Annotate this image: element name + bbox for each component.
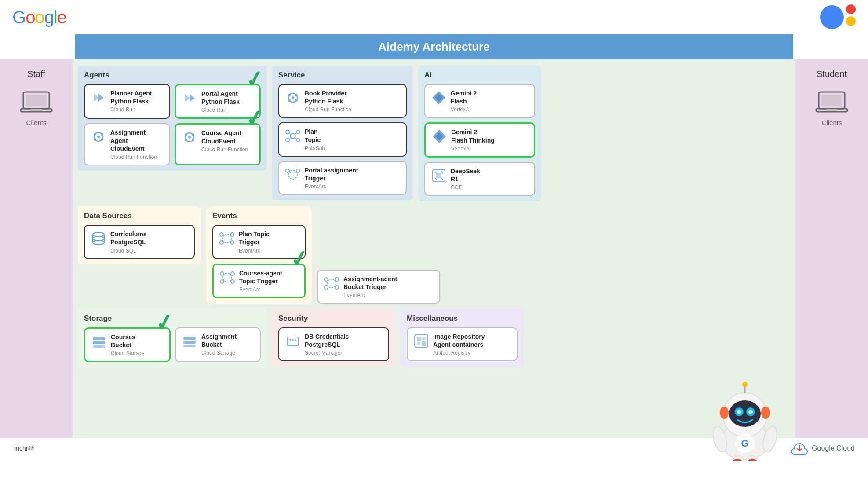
planner-agent-card: Planner AgentPython Flask Cloud Run bbox=[84, 84, 170, 119]
assignment-trigger-title: Assignment-agentBucket Trigger bbox=[343, 275, 397, 291]
assignment-agent-title: Assignment AgentCloudEvent bbox=[110, 128, 164, 153]
student-client-label: Clients bbox=[822, 119, 842, 126]
curriculums-card: CurriculumsPostgreSQL Cloud SQL bbox=[84, 225, 195, 259]
svg-rect-75 bbox=[183, 345, 196, 347]
svg-line-38 bbox=[289, 172, 291, 173]
svg-rect-72 bbox=[93, 345, 105, 348]
events-label: Events bbox=[212, 212, 306, 220]
svg-point-16 bbox=[192, 133, 194, 136]
svg-point-61 bbox=[220, 272, 224, 275]
footer-email: linchr@ bbox=[13, 445, 34, 452]
misc-label: Miscellaneous bbox=[407, 314, 518, 323]
db-credentials-card: *** DB CredentialsPostgreSQL Secret Mana… bbox=[278, 327, 389, 361]
svg-point-30 bbox=[296, 138, 300, 142]
image-repo-sub: Artifact Registry bbox=[433, 350, 485, 356]
datasources-label: Data Sources bbox=[84, 212, 195, 220]
svg-point-27 bbox=[286, 130, 289, 134]
portal-agent-title: Portal AgentPython Flask bbox=[201, 90, 240, 106]
planner-agent-title: Planner AgentPython Flask bbox=[110, 89, 152, 105]
svg-point-29 bbox=[286, 138, 289, 142]
svg-marker-6 bbox=[185, 94, 190, 102]
staff-label: Staff bbox=[27, 69, 45, 79]
courses-agent-trigger-card: Courses-agentTopic Trigger EventArc ✓ bbox=[212, 264, 306, 298]
courses-bucket-icon bbox=[91, 333, 107, 352]
svg-point-60 bbox=[223, 273, 232, 282]
google-cloud-logo: Google Cloud bbox=[791, 442, 855, 455]
google-logo: Google bbox=[12, 7, 66, 27]
gemini-flash-icon bbox=[430, 89, 447, 108]
portal-trigger-card: Portal assignmentTrigger EventArc bbox=[278, 161, 407, 195]
image-repo-title: Image RepositoryAgent containers bbox=[433, 333, 485, 348]
plan-topic-card: PlanTopic Pub/Sub bbox=[278, 122, 407, 156]
svg-rect-80 bbox=[422, 337, 426, 340]
svg-line-45 bbox=[435, 172, 437, 173]
deepseek-icon bbox=[430, 167, 447, 186]
svg-point-69 bbox=[335, 286, 339, 289]
assignment-agent-card: Assignment AgentCloudEvent Cloud Run Fun… bbox=[84, 123, 170, 165]
svg-point-15 bbox=[185, 133, 187, 136]
svg-rect-74 bbox=[183, 341, 196, 344]
misc-section: Miscellaneous Image RepositoryAgent bbox=[401, 309, 524, 367]
agents-label: Agents bbox=[84, 71, 261, 80]
svg-point-36 bbox=[286, 169, 289, 172]
svg-point-92 bbox=[737, 410, 741, 414]
course-agent-card: Course AgentCloudEvent Cloud Run Functio… bbox=[175, 123, 261, 165]
svg-marker-4 bbox=[94, 94, 99, 102]
portal-trigger-icon bbox=[284, 166, 301, 185]
course-agent-icon bbox=[181, 129, 198, 147]
svg-rect-79 bbox=[417, 337, 421, 341]
student-label: Student bbox=[817, 69, 847, 79]
svg-point-13 bbox=[97, 136, 100, 138]
svg-rect-70 bbox=[93, 337, 105, 340]
portal-trigger-title: Portal assignmentTrigger bbox=[305, 166, 358, 182]
svg-point-93 bbox=[748, 410, 753, 414]
planner-agent-sub: Cloud Run bbox=[110, 106, 152, 113]
security-label: Security bbox=[278, 314, 389, 323]
laptop-icon-right bbox=[815, 90, 848, 116]
svg-point-28 bbox=[296, 130, 300, 134]
assignment-bucket-sub: Cloud Storage bbox=[201, 350, 237, 356]
courses-trigger-checkmark: ✓ bbox=[288, 246, 310, 271]
gemini-thinking-title: Gemini 2Flash Thinking bbox=[451, 128, 495, 144]
svg-line-46 bbox=[441, 172, 443, 173]
assignment-trigger-wrapper: Assignment-agentBucket Trigger EventArc bbox=[317, 270, 440, 304]
svg-text:***: *** bbox=[289, 337, 297, 345]
svg-line-48 bbox=[441, 178, 443, 180]
google-cloud-icon bbox=[791, 442, 808, 455]
courses-bucket-card: CoursesBucket Cloud Storage ✓ bbox=[84, 327, 171, 362]
svg-point-65 bbox=[327, 279, 336, 288]
svg-point-58 bbox=[220, 241, 223, 244]
courses-bucket-sub: Cloud Storage bbox=[111, 350, 145, 356]
svg-rect-81 bbox=[417, 342, 420, 345]
book-provider-icon bbox=[284, 89, 301, 108]
portal-trigger-sub: EventArc bbox=[305, 183, 358, 190]
assignment-trigger-card: Assignment-agentBucket Trigger EventArc bbox=[317, 270, 440, 304]
svg-point-55 bbox=[222, 234, 231, 243]
assignment-bucket-title: AssignmentBucket bbox=[201, 333, 237, 348]
book-provider-title: Book ProviderPython Flask bbox=[305, 89, 351, 105]
gemini-flash-card: Gemini 2Flash VertexAI bbox=[424, 84, 535, 118]
deepseek-title: DeepSeekR1 bbox=[451, 167, 480, 183]
svg-rect-73 bbox=[183, 337, 196, 340]
courses-bucket-checkmark: ✓ bbox=[153, 311, 175, 336]
svg-point-12 bbox=[101, 138, 103, 141]
svg-point-10 bbox=[101, 133, 103, 136]
deepseek-sub: GCE bbox=[451, 184, 480, 191]
svg-point-63 bbox=[220, 280, 224, 283]
google-assistant-icon bbox=[820, 5, 856, 29]
arch-area: Agents Planner AgentPython Flask Clou bbox=[73, 59, 795, 438]
svg-point-66 bbox=[325, 278, 328, 281]
courses-bucket-title: CoursesBucket bbox=[111, 333, 145, 349]
curriculums-title: CurriculumsPostgreSQL bbox=[110, 230, 146, 246]
laptop-icon-left bbox=[20, 90, 53, 116]
svg-rect-71 bbox=[93, 341, 105, 344]
svg-point-56 bbox=[220, 233, 223, 236]
plan-topic-trigger-icon bbox=[219, 230, 235, 249]
plan-topic-trigger-title: Plan TopicTrigger bbox=[239, 230, 270, 246]
courses-agent-trigger-sub: EventArc bbox=[239, 286, 282, 293]
portal-agent-checkmark: ✓ bbox=[244, 67, 266, 92]
svg-point-19 bbox=[188, 136, 191, 139]
events-section: Events bbox=[206, 206, 312, 304]
svg-point-11 bbox=[94, 138, 96, 141]
course-agent-checkmark: ✓ bbox=[244, 106, 266, 132]
